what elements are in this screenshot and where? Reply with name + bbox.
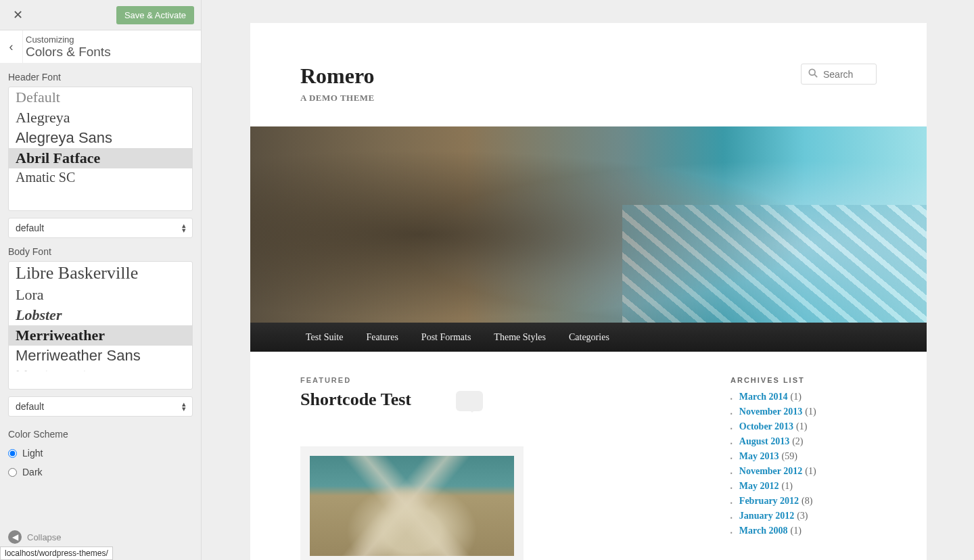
font-option-merriweather-sans[interactable]: Merriweather Sans <box>9 346 192 366</box>
archive-item: August 2013(2) <box>730 434 920 449</box>
collapse-button[interactable]: ◀ Collapse <box>8 530 62 544</box>
back-arrow-icon[interactable]: ‹ <box>0 30 23 63</box>
save-activate-button[interactable]: Save & Activate <box>116 6 194 24</box>
nav-categories[interactable]: Categories <box>569 332 609 343</box>
header-font-list[interactable]: Default Alegreya Alegreya Sans Abril Fat… <box>8 87 193 211</box>
site-tagline: A DEMO THEME <box>300 93 375 103</box>
featured-label: FEATURED <box>300 376 693 384</box>
post-title[interactable]: Shortcode Test <box>300 390 693 410</box>
font-option-alegreya[interactable]: Alegreya <box>9 108 192 128</box>
content-area: FEATURED Shortcode Test ARCHIVES LIST Ma… <box>250 352 927 560</box>
search-icon <box>808 68 818 80</box>
body-font-list[interactable]: Libre Baskerville Lora Lobster Merriweat… <box>8 261 193 390</box>
header-font-select[interactable]: default <box>8 218 193 238</box>
archive-item: November 2013(1) <box>730 404 920 419</box>
archive-link[interactable]: August 2013 <box>739 436 789 446</box>
site-title[interactable]: Romero <box>300 64 375 89</box>
archives-widget: ARCHIVES LIST March 2014(1) November 201… <box>730 376 920 560</box>
body-font-label: Body Font <box>8 246 193 257</box>
archive-item: May 2013(59) <box>730 449 920 464</box>
archive-item: January 2012(3) <box>730 509 920 523</box>
radio-dark[interactable] <box>8 468 17 477</box>
collapse-icon: ◀ <box>8 530 22 544</box>
main-column: FEATURED Shortcode Test <box>300 376 693 560</box>
font-option-libre-baskerville[interactable]: Libre Baskerville <box>9 262 192 285</box>
header-font-control: Header Font Default Alegreya Alegreya Sa… <box>0 64 201 238</box>
nav-test-suite[interactable]: Test Suite <box>306 332 343 343</box>
section-header: ‹ Customizing Colors & Fonts <box>0 30 201 64</box>
radio-light[interactable] <box>8 449 17 458</box>
customizing-label: Customizing <box>26 34 111 45</box>
archive-item: February 2012(8) <box>730 494 920 509</box>
post-image-frame <box>300 446 524 560</box>
post-image[interactable] <box>310 456 514 556</box>
body-font-select[interactable]: default <box>8 396 193 417</box>
archive-link[interactable]: November 2012 <box>739 466 802 476</box>
archives-title: ARCHIVES LIST <box>730 376 920 384</box>
font-option-abril-fatface[interactable]: Abril Fatface <box>9 148 192 168</box>
archive-item: March 2014(1) <box>730 390 920 404</box>
font-option-merriweather[interactable]: Merriweather <box>9 325 192 346</box>
color-scheme-dark[interactable]: Dark <box>8 463 193 482</box>
header-font-label: Header Font <box>8 72 193 83</box>
archive-link[interactable]: May 2012 <box>739 481 779 491</box>
nav-bar: Test Suite Features Post Formats Theme S… <box>250 323 927 352</box>
nav-features[interactable]: Features <box>366 332 398 343</box>
archive-link[interactable]: March 2014 <box>739 392 788 402</box>
hero-image <box>250 126 927 323</box>
section-title: Colors & Fonts <box>26 45 111 60</box>
color-scheme-light[interactable]: Light <box>8 444 193 463</box>
body-font-control: Body Font Libre Baskerville Lora Lobster… <box>0 238 201 417</box>
archive-item: November 2012(1) <box>730 464 920 479</box>
nav-theme-styles[interactable]: Theme Styles <box>494 332 546 343</box>
theme-preview: Romero A DEMO THEME Test Suite Features … <box>250 23 927 560</box>
sidebar-topbar: ✕ Save & Activate <box>0 0 201 30</box>
font-option-amatic-sc[interactable]: Amatic SC <box>9 168 192 187</box>
color-scheme-label: Color Scheme <box>8 429 193 440</box>
archive-link[interactable]: January 2012 <box>739 511 794 521</box>
site-header: Romero A DEMO THEME <box>250 23 927 126</box>
archive-link[interactable]: May 2013 <box>739 451 779 461</box>
comment-bubble-icon[interactable] <box>456 391 483 411</box>
search-box[interactable] <box>801 64 877 85</box>
font-option-alegreya-sans[interactable]: Alegreya Sans <box>9 128 192 148</box>
svg-line-1 <box>814 74 817 77</box>
color-scheme-control: Color Scheme Light Dark <box>0 421 201 482</box>
archives-list: March 2014(1) November 2013(1) October 2… <box>730 390 920 538</box>
archive-link[interactable]: March 2008 <box>739 526 788 536</box>
archive-link[interactable]: February 2012 <box>739 496 799 506</box>
customizer-sidebar: ✕ Save & Activate ‹ Customizing Colors &… <box>0 0 202 560</box>
status-bar: localhost/wordpress-themes/ <box>0 546 113 560</box>
archive-item: May 2012(1) <box>730 479 920 494</box>
font-option-lora[interactable]: Lora <box>9 285 192 305</box>
font-option-lobster[interactable]: Lobster <box>9 305 192 325</box>
nav-post-formats[interactable]: Post Formats <box>421 332 471 343</box>
svg-point-0 <box>809 69 815 75</box>
archive-item: March 2008(1) <box>730 523 920 538</box>
search-input[interactable] <box>823 69 866 80</box>
archive-item: October 2013(1) <box>730 419 920 434</box>
font-option-montserrat[interactable]: Montserrat <box>9 366 192 371</box>
close-icon[interactable]: ✕ <box>7 4 28 26</box>
font-option-default[interactable]: Default <box>9 87 192 108</box>
archive-link[interactable]: October 2013 <box>739 421 793 431</box>
archive-link[interactable]: November 2013 <box>739 406 802 417</box>
